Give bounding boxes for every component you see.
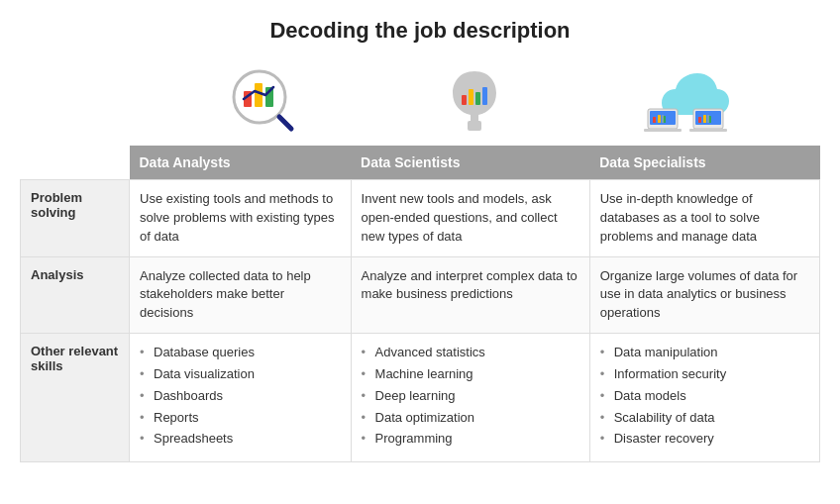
- svg-rect-15: [644, 129, 682, 132]
- list-item: Machine learning: [362, 365, 579, 384]
- cell-analyst-problem: Use existing tools and methods to solve …: [130, 180, 352, 257]
- icon-scientist: [369, 61, 580, 136]
- list-item: Scalability of data: [600, 409, 809, 428]
- cell-analyst-analysis: Analyze collected data to help stakehold…: [130, 256, 352, 334]
- svg-rect-9: [482, 87, 487, 105]
- svg-line-4: [279, 117, 291, 129]
- row-label-analysis: Analysis: [21, 256, 130, 334]
- list-item: Deep learning: [362, 387, 579, 406]
- svg-rect-5: [468, 121, 481, 131]
- table-row-analysis: Analysis Analyze collected data to help …: [21, 256, 820, 334]
- col-header-specialists: Data Specialists: [589, 146, 819, 180]
- list-item: Spreadsheets: [140, 430, 341, 449]
- svg-rect-6: [462, 95, 467, 105]
- svg-rect-21: [689, 129, 727, 132]
- col-header-empty: [21, 146, 130, 180]
- cell-scientist-problem: Invent new tools and models, ask open-en…: [351, 180, 589, 257]
- cell-specialist-analysis: Organize large volumes of data for use i…: [589, 256, 819, 334]
- list-item: Information security: [600, 365, 809, 384]
- cell-analyst-skills: Database queriesData visualizationDashbo…: [130, 334, 352, 462]
- icon-specialist: [579, 61, 790, 136]
- list-item: Reports: [140, 409, 341, 428]
- list-item: Data models: [600, 387, 809, 406]
- list-item: Database queries: [140, 344, 341, 362]
- cell-specialist-skills: Data manipulationInformation securityDat…: [589, 334, 819, 462]
- list-item: Data manipulation: [600, 344, 809, 362]
- list-item: Dashboards: [140, 387, 341, 406]
- analyst-skills-list: Database queriesData visualizationDashbo…: [140, 344, 341, 449]
- svg-rect-19: [703, 115, 706, 123]
- list-item: Disaster recovery: [600, 430, 809, 449]
- row-label-skills: Other relevant skills: [21, 334, 130, 462]
- svg-rect-8: [475, 92, 480, 105]
- table-row-problem-solving: Problem solving Use existing tools and m…: [21, 180, 820, 257]
- svg-rect-18: [698, 117, 701, 123]
- specialist-skills-list: Data manipulationInformation securityDat…: [600, 344, 809, 449]
- list-item: Programming: [362, 430, 579, 449]
- col-header-analysts: Data Analysts: [130, 146, 352, 180]
- list-item: Advanced statistics: [362, 344, 579, 362]
- row-label-problem-solving: Problem solving: [21, 180, 130, 257]
- icon-analyst: [158, 61, 369, 136]
- icons-row: [20, 61, 820, 136]
- list-item: Data optimization: [362, 409, 579, 428]
- svg-rect-13: [658, 115, 661, 123]
- col-header-scientists: Data Scientists: [351, 146, 589, 180]
- svg-rect-7: [469, 89, 473, 105]
- cell-scientist-analysis: Analyze and interpret complex data to ma…: [351, 256, 589, 334]
- cell-scientist-skills: Advanced statisticsMachine learningDeep …: [351, 334, 589, 462]
- page-title: Decoding the job description: [269, 18, 570, 44]
- comparison-table: Data Analysts Data Scientists Data Speci…: [20, 146, 820, 462]
- list-item: Data visualization: [140, 365, 341, 384]
- svg-rect-2: [255, 83, 262, 107]
- svg-rect-12: [653, 117, 656, 123]
- table-row-skills: Other relevant skills Database queriesDa…: [21, 334, 820, 462]
- scientist-skills-list: Advanced statisticsMachine learningDeep …: [362, 344, 579, 449]
- cell-specialist-problem: Use in-depth knowledge of databases as a…: [589, 180, 819, 257]
